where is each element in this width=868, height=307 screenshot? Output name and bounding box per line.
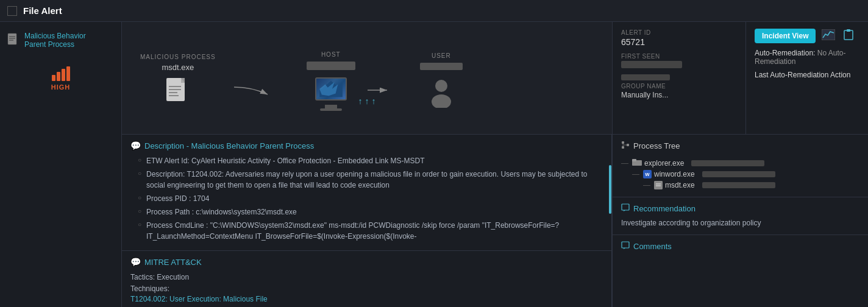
alert-meta: ALERT ID 65721 FIRST SEEN GROUP NAME Man… <box>613 22 746 134</box>
svg-rect-28 <box>654 181 663 189</box>
document-icon <box>7 33 20 49</box>
alert-info-top: ALERT ID 65721 FIRST SEEN GROUP NAME Man… <box>613 22 868 135</box>
mitre-technique-link[interactable]: T1204.002: User Execution: Malicious Fil… <box>130 295 268 303</box>
process-tree-icon-svg <box>621 141 630 149</box>
svg-rect-23 <box>627 144 629 146</box>
scroll-indicator <box>609 165 611 214</box>
bottom-section: 💬 Description - Malicious Behavior Paren… <box>122 135 612 307</box>
folder-icon-1 <box>632 158 642 168</box>
clipboard-icon <box>844 29 853 40</box>
description-section: 💬 Description - Malicious Behavior Paren… <box>122 135 611 251</box>
group-name-value: Manually Ins... <box>621 91 737 99</box>
mitre-icon: 💬 <box>130 257 141 267</box>
user-node: USER <box>420 52 463 110</box>
description-icon: 💬 <box>130 141 141 150</box>
host-node: HOST <box>307 51 355 111</box>
comments-header: Comments <box>621 241 860 252</box>
incident-view-button[interactable]: Incident View <box>755 29 816 43</box>
page-title: File Alert <box>23 5 62 16</box>
severity-indicator: HIGH <box>0 54 121 96</box>
comments-icon-svg <box>621 241 630 250</box>
svg-rect-27 <box>632 159 636 161</box>
description-item-4: Process Path : c:\windows\system32\msdt.… <box>138 206 603 217</box>
msdt-name: msdt.exe <box>665 181 695 189</box>
auto-remediation-label: Auto-Remediation: <box>755 49 815 57</box>
group-name-label: GROUP NAME <box>621 83 737 90</box>
mitre-tactics: Tactics: Execution <box>130 272 603 283</box>
description-item-2: Description: T1204.002: Adversaries may … <box>138 169 603 191</box>
chart-icon <box>822 29 835 40</box>
explorer-name: explorer.exe <box>644 159 684 168</box>
user-icon <box>429 79 454 110</box>
mitre-header: 💬 MITRE ATT&CK <box>130 257 603 267</box>
description-item-3: Process PID : 1704 <box>138 193 603 204</box>
winword-name: winword.exe <box>654 170 695 178</box>
top-bar: File Alert <box>0 0 868 22</box>
arrow-1 <box>228 81 307 99</box>
process-tree-section: Process Tree — explorer.exe <box>613 135 868 197</box>
process-tree-title: Process Tree <box>633 141 680 150</box>
user-label: USER <box>432 52 451 59</box>
description-item-1: ETW Alert Id: CyAlert Heuristic Activity… <box>138 155 603 166</box>
description-list: ETW Alert Id: CyAlert Heuristic Activity… <box>130 155 603 242</box>
right-panel: ALERT ID 65721 FIRST SEEN GROUP NAME Man… <box>612 22 868 307</box>
svg-rect-19 <box>844 30 853 40</box>
msdt-icon <box>654 181 663 189</box>
severity-bars <box>52 66 70 81</box>
select-checkbox[interactable] <box>7 6 17 16</box>
first-seen-value-blurred <box>621 61 682 68</box>
explorer-blur <box>691 160 764 166</box>
last-remediation-label: Last Auto-Remediation Action <box>755 71 859 79</box>
svg-rect-0 <box>8 34 16 44</box>
svg-point-16 <box>435 80 447 92</box>
clipboard-icon-button[interactable] <box>841 28 856 44</box>
recommendation-title: Recommendation <box>633 204 695 213</box>
auto-remediation-row: Auto-Remediation: No Auto-Remediation <box>755 49 859 66</box>
arrow-2 <box>368 84 420 96</box>
process-tree-icon <box>621 141 630 151</box>
tree-connector-3: — <box>643 181 650 189</box>
techniques-label: Techniques: <box>130 284 169 293</box>
recommendation-icon-svg <box>621 203 630 212</box>
malicious-process-name: msdt.exe <box>162 63 194 72</box>
first-seen-label: FIRST SEEN <box>621 53 737 60</box>
winword-blur <box>702 171 775 177</box>
process-to-host-arrow <box>228 81 277 99</box>
severity-bar-4 <box>66 66 70 81</box>
up-arrow-2: ↑ <box>365 96 369 106</box>
up-arrow-3: ↑ <box>372 96 376 106</box>
tree-connector-2: — <box>632 170 639 178</box>
sidebar-item-malicious-behavior[interactable]: Malicious Behavior Parent Process <box>0 27 121 54</box>
svg-rect-21 <box>622 141 624 144</box>
svg-point-17 <box>432 94 451 108</box>
malicious-process-label: MALICIOUS PROCESS <box>140 54 216 60</box>
description-item-5: Process CmdLine : "C:\WINDOWS\system32\m… <box>138 220 603 242</box>
severity-bar-1 <box>52 75 55 81</box>
svg-rect-22 <box>622 146 624 149</box>
up-arrow-1: ↑ <box>358 96 363 106</box>
folder-icon <box>632 158 642 166</box>
svg-rect-31 <box>622 204 629 210</box>
sidebar-item-label: Malicious Behavior Parent Process <box>24 32 86 49</box>
tactics-value: Execution <box>157 273 189 281</box>
chart-icon-button[interactable] <box>819 28 838 44</box>
left-sidebar: Malicious Behavior Parent Process HIGH <box>0 22 122 307</box>
left-content-panel: 💬 Description - Malicious Behavior Paren… <box>122 135 612 307</box>
malicious-process-node: MALICIOUS PROCESS msdt.exe <box>140 54 216 109</box>
mitre-title: MITRE ATT&CK <box>144 258 202 267</box>
main-layout: Malicious Behavior Parent Process HIGH M… <box>0 22 868 307</box>
mitre-section: 💬 MITRE ATT&CK Tactics: Execution Techni… <box>122 251 611 307</box>
alert-id-value: 65721 <box>621 37 737 47</box>
description-title: Description - Malicious Behavior Parent … <box>144 141 314 150</box>
tree-item-winword: — w winword.exe <box>632 169 860 180</box>
severity-label: HIGH <box>51 83 71 91</box>
monitor-icon <box>313 77 349 111</box>
msdt-blur <box>702 182 775 188</box>
alert-actions: Incident View Au <box>746 22 868 134</box>
process-doc-icon <box>165 77 191 107</box>
recommendation-section: Recommendation Investigate according to … <box>613 197 868 235</box>
alert-id-label: ALERT ID <box>621 29 737 36</box>
exe-icon <box>654 181 663 189</box>
word-icon: w <box>643 170 652 178</box>
right-bottom-content: Process Tree — explorer.exe <box>613 135 868 261</box>
